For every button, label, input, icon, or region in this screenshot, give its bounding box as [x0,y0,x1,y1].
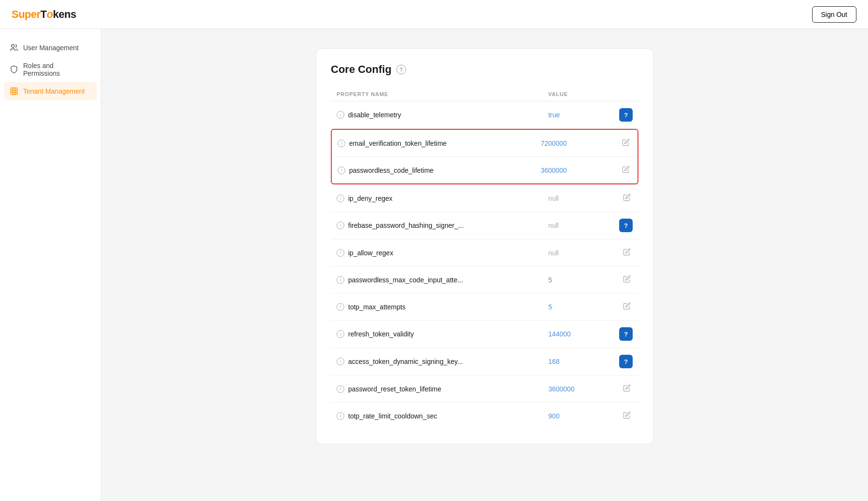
action-cell-disable_telemetry: ? [600,101,638,129]
value-cell-passwordless_max_code_input_atte: 5 [542,266,600,293]
sidebar: User Management Roles and Permissions Te… [0,29,101,501]
main-content: Core Config ? PROPERTY NAME VALUE i disa… [101,29,868,501]
table-row: i totp_rate_limit_cooldown_sec 900 [331,403,638,430]
action-cell-firebase_password_hashing_signer: ? [600,212,638,239]
action-cell-ip_allow_regex [600,239,638,266]
prop-name-cell-ip_allow_regex: i ip_allow_regex [337,249,537,257]
action-cell-email_verification_token_lifetime [598,130,637,157]
edit-button-passwordless_max_code_input_atte[interactable] [621,273,633,286]
edit-button-passwordless_code_lifetime[interactable] [620,164,632,177]
prop-name-text-ip_deny_regex: ip_deny_regex [348,195,393,202]
prop-name-cell-passwordless_code_lifetime: i passwordless_code_lifetime [338,167,529,174]
info-button-refresh_token_validity[interactable]: ? [619,327,633,341]
prop-info-icon-ip_allow_regex[interactable]: i [337,249,344,257]
col-property-name: PROPERTY NAME [331,87,542,101]
edit-button-ip_deny_regex[interactable] [621,192,633,205]
prop-info-icon-refresh_token_validity[interactable]: i [337,330,344,338]
svg-point-0 [12,44,14,47]
action-cell-passwordless_max_code_input_atte [600,266,638,293]
prop-name-cell-email_verification_token_lifetime: i email_verification_token_lifetime [338,139,529,147]
prop-info-icon-passwordless_max_code_input_atte[interactable]: i [337,276,344,284]
shield-icon [10,65,18,74]
prop-info-icon-totp_rate_limit_cooldown_sec[interactable]: i [337,412,344,420]
card-title-text: Core Config [331,63,392,76]
edit-button-password_reset_token_lifetime[interactable] [621,382,633,395]
prop-name-text-passwordless_code_lifetime: passwordless_code_lifetime [349,167,434,174]
card-help-icon[interactable]: ? [396,65,406,74]
action-cell-access_token_dynamic_signing_key: ? [600,348,638,376]
table-row: i passwordless_code_lifetime 3600000 [332,157,637,184]
action-cell-totp_rate_limit_cooldown_sec [600,403,638,430]
value-cell-totp_max_attempts: 5 [542,293,600,320]
prop-name-cell-totp_max_attempts: i totp_max_attempts [337,303,537,311]
action-cell-password_reset_token_lifetime [600,376,638,403]
table-row: i ip_deny_regex null [331,185,638,212]
app-header: SuperTokens Sign Out [0,0,868,29]
info-button-disable_telemetry[interactable]: ? [619,108,633,122]
prop-name-cell-ip_deny_regex: i ip_deny_regex [337,195,537,202]
prop-info-icon-firebase_password_hashing_signer[interactable]: i [337,222,344,229]
sidebar-item-tenant-management[interactable]: Tenant Management [4,82,97,100]
edit-button-ip_allow_regex[interactable] [621,246,633,259]
prop-name-text-password_reset_token_lifetime: password_reset_token_lifetime [348,385,441,393]
action-cell-refresh_token_validity: ? [600,320,638,348]
table-row: i totp_max_attempts 5 [331,293,638,320]
body-layout: User Management Roles and Permissions Te… [0,29,868,501]
action-cell-totp_max_attempts [600,293,638,320]
value-cell-totp_rate_limit_cooldown_sec: 900 [542,403,600,430]
logo-super: Super [12,8,41,21]
prop-name-cell-disable_telemetry: i disable_telemetry [337,111,537,119]
table-row: i password_reset_token_lifetime 3600000 [331,376,638,403]
value-cell-email_verification_token_lifetime: 7200000 [535,130,598,157]
logo-tokens: Tokens [41,8,76,21]
building-icon [10,87,18,96]
core-config-card: Core Config ? PROPERTY NAME VALUE i disa… [316,48,653,444]
edit-button-totp_rate_limit_cooldown_sec[interactable] [621,409,633,422]
prop-name-cell-firebase_password_hashing_signer: i firebase_password_hashing_signer_... [337,222,537,229]
prop-name-cell-totp_rate_limit_cooldown_sec: i totp_rate_limit_cooldown_sec [337,412,537,420]
prop-info-icon-disable_telemetry[interactable]: i [337,111,344,119]
action-cell-passwordless_code_lifetime [598,157,637,184]
table-row: i email_verification_token_lifetime 7200… [332,130,637,157]
sidebar-item-roles-permissions[interactable]: Roles and Permissions [0,57,101,82]
prop-name-text-totp_max_attempts: totp_max_attempts [348,303,406,311]
prop-name-text-ip_allow_regex: ip_allow_regex [348,249,393,257]
value-cell-passwordless_code_lifetime: 3600000 [535,157,598,184]
prop-name-cell-refresh_token_validity: i refresh_token_validity [337,330,537,338]
config-table: PROPERTY NAME VALUE i disable_telemetry … [331,87,638,429]
svg-rect-1 [11,88,17,95]
prop-name-cell-access_token_dynamic_signing_key: i access_token_dynamic_signing_key... [337,358,537,365]
sidebar-item-user-management[interactable]: User Management [0,39,101,57]
prop-info-icon-password_reset_token_lifetime[interactable]: i [337,385,344,393]
table-row: i ip_allow_regex null [331,239,638,266]
value-cell-ip_allow_regex: null [542,239,600,266]
prop-info-icon-passwordless_code_lifetime[interactable]: i [338,167,345,174]
prop-info-icon-totp_max_attempts[interactable]: i [337,303,344,311]
action-cell-ip_deny_regex [600,185,638,212]
highlight-box: i email_verification_token_lifetime 7200… [331,129,638,184]
table-row: i firebase_password_hashing_signer_... n… [331,212,638,239]
value-cell-password_reset_token_lifetime: 3600000 [542,376,600,403]
prop-name-text-firebase_password_hashing_signer: firebase_password_hashing_signer_... [348,222,464,229]
edit-button-email_verification_token_lifetime[interactable] [620,137,632,150]
sidebar-label-roles-permissions: Roles and Permissions [23,62,91,77]
prop-name-text-email_verification_token_lifetime: email_verification_token_lifetime [349,139,447,147]
info-button-access_token_dynamic_signing_key[interactable]: ? [619,355,633,368]
value-cell-access_token_dynamic_signing_key: 168 [542,348,600,376]
info-button-firebase_password_hashing_signer[interactable]: ? [619,219,633,232]
prop-info-icon-ip_deny_regex[interactable]: i [337,195,344,202]
prop-name-text-passwordless_max_code_input_atte: passwordless_max_code_input_atte... [348,276,463,284]
table-row: i passwordless_max_code_input_atte... 5 [331,266,638,293]
sidebar-label-tenant-management: Tenant Management [23,87,85,95]
value-cell-refresh_token_validity: 144000 [542,320,600,348]
app-logo: SuperTokens [12,8,76,21]
prop-info-icon-email_verification_token_lifetime[interactable]: i [338,139,345,147]
sign-out-button[interactable]: Sign Out [812,6,856,23]
users-icon [10,43,18,52]
prop-info-icon-access_token_dynamic_signing_key[interactable]: i [337,358,344,365]
prop-name-cell-passwordless_max_code_input_atte: i passwordless_max_code_input_atte... [337,276,537,284]
table-row: i access_token_dynamic_signing_key... 16… [331,348,638,376]
value-cell-ip_deny_regex: null [542,185,600,212]
card-title-area: Core Config ? [331,63,638,76]
edit-button-totp_max_attempts[interactable] [621,300,633,313]
